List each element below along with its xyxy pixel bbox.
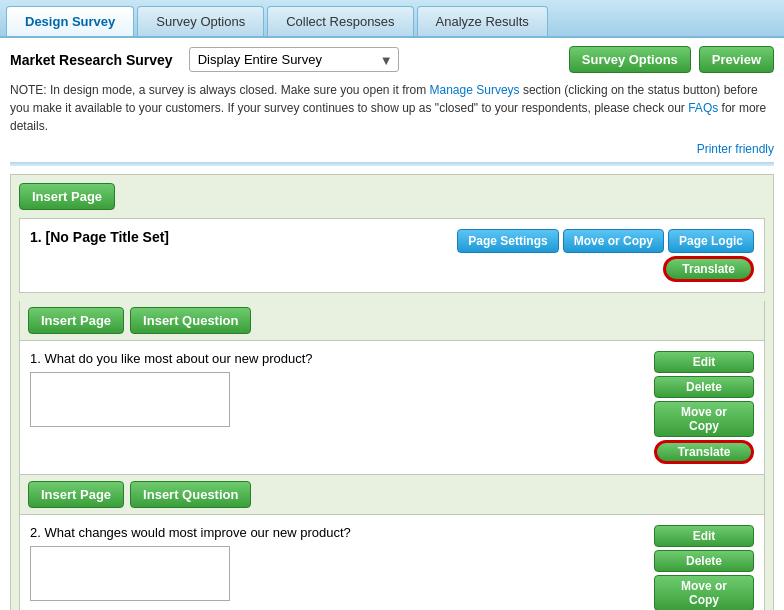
q1-delete-button[interactable]: Delete bbox=[654, 376, 754, 398]
printer-friendly-wrap: Printer friendly bbox=[10, 141, 774, 156]
preview-button[interactable]: Preview bbox=[699, 46, 774, 73]
insert-page-button-q2[interactable]: Insert Page bbox=[28, 481, 124, 508]
question-row-1: 1. What do you like most about our new p… bbox=[30, 351, 754, 464]
q2-move-or-copy-button[interactable]: Move or Copy bbox=[654, 575, 754, 610]
question-text-1: 1. What do you like most about our new p… bbox=[30, 351, 644, 430]
top-bar: Market Research Survey Display Entire Su… bbox=[10, 46, 774, 73]
page-translate-button[interactable]: Translate bbox=[663, 256, 754, 282]
insert-page-button-q1[interactable]: Insert Page bbox=[28, 307, 124, 334]
insert-row-q2-top: Insert Page Insert Question bbox=[19, 475, 765, 514]
page-move-or-copy-button[interactable]: Move or Copy bbox=[563, 229, 664, 253]
question-row-2: 2. What changes would most improve our n… bbox=[30, 525, 754, 610]
manage-surveys-link[interactable]: Manage Surveys bbox=[430, 83, 520, 97]
insert-question-button-q1[interactable]: Insert Question bbox=[130, 307, 251, 334]
page-actions: Page Settings Move or Copy Page Logic Tr… bbox=[457, 229, 754, 282]
page-block: 1. [No Page Title Set] Page Settings Mov… bbox=[19, 218, 765, 293]
insert-question-button-q2[interactable]: Insert Question bbox=[130, 481, 251, 508]
question-textarea-1[interactable] bbox=[30, 372, 230, 427]
q2-delete-button[interactable]: Delete bbox=[654, 550, 754, 572]
note-box: NOTE: In design mode, a survey is always… bbox=[10, 81, 774, 135]
tab-analyze[interactable]: Analyze Results bbox=[417, 6, 548, 36]
insert-row-q1-top: Insert Page Insert Question bbox=[19, 301, 765, 340]
main-area: Market Research Survey Display Entire Su… bbox=[0, 38, 784, 610]
display-select-wrapper: Display Entire Survey Page 1 Page 2 ▼ bbox=[189, 47, 399, 72]
note-text: NOTE: In design mode, a survey is always… bbox=[10, 83, 430, 97]
section-divider bbox=[10, 162, 774, 166]
survey-title: Market Research Survey bbox=[10, 52, 173, 68]
question-actions-2: Edit Delete Move or Copy Translate bbox=[644, 525, 754, 610]
q1-translate-button[interactable]: Translate bbox=[654, 440, 754, 464]
page-settings-button[interactable]: Page Settings bbox=[457, 229, 558, 253]
question-block-2: 2. What changes would most improve our n… bbox=[19, 514, 765, 610]
content-area: Insert Page 1. [No Page Title Set] Page … bbox=[10, 174, 774, 610]
tab-collect[interactable]: Collect Responses bbox=[267, 6, 413, 36]
page-logic-button[interactable]: Page Logic bbox=[668, 229, 754, 253]
tab-options[interactable]: Survey Options bbox=[137, 6, 264, 36]
page-header: 1. [No Page Title Set] Page Settings Mov… bbox=[30, 229, 754, 282]
question-textarea-2[interactable] bbox=[30, 546, 230, 601]
tab-design[interactable]: Design Survey bbox=[6, 6, 134, 36]
faqs-link[interactable]: FAQs bbox=[688, 101, 718, 115]
question-block-1: 1. What do you like most about our new p… bbox=[19, 340, 765, 475]
survey-options-button[interactable]: Survey Options bbox=[569, 46, 691, 73]
printer-friendly-link[interactable]: Printer friendly bbox=[697, 142, 774, 156]
insert-row-top: Insert Page bbox=[19, 183, 765, 210]
page-title: 1. [No Page Title Set] bbox=[30, 229, 451, 245]
q2-edit-button[interactable]: Edit bbox=[654, 525, 754, 547]
page-translate-row: Translate bbox=[663, 256, 754, 282]
display-select[interactable]: Display Entire Survey Page 1 Page 2 bbox=[189, 47, 399, 72]
q1-edit-button[interactable]: Edit bbox=[654, 351, 754, 373]
question-text-2: 2. What changes would most improve our n… bbox=[30, 525, 644, 604]
question-actions-1: Edit Delete Move or Copy Translate bbox=[644, 351, 754, 464]
page-actions-row: Page Settings Move or Copy Page Logic bbox=[457, 229, 754, 253]
tabs-bar: Design Survey Survey Options Collect Res… bbox=[0, 0, 784, 38]
insert-page-button-top[interactable]: Insert Page bbox=[19, 183, 115, 210]
q1-move-or-copy-button[interactable]: Move or Copy bbox=[654, 401, 754, 437]
